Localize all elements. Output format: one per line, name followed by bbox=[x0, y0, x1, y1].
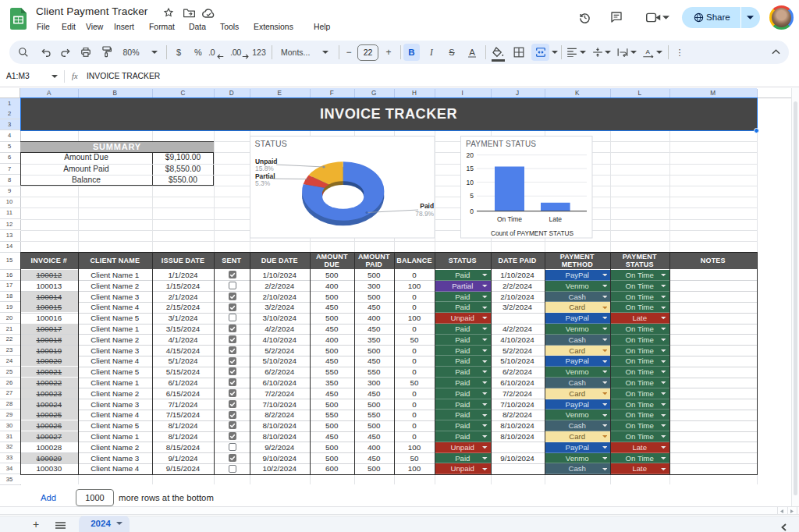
svg-text:10: 10 bbox=[467, 179, 474, 186]
svg-text:On Time: On Time bbox=[497, 215, 522, 223]
svg-text:0: 0 bbox=[470, 207, 474, 215]
svg-text:Late: Late bbox=[549, 215, 563, 223]
svg-text:15.8%: 15.8% bbox=[255, 165, 274, 172]
svg-text:Paid: Paid bbox=[420, 202, 434, 210]
svg-text:Count of PAYMENT STATUS: Count of PAYMENT STATUS bbox=[491, 229, 574, 237]
svg-text:PAYMENT STATUS: PAYMENT STATUS bbox=[466, 140, 536, 148]
svg-text:15: 15 bbox=[467, 165, 474, 172]
svg-text:5.3%: 5.3% bbox=[255, 179, 271, 187]
svg-text:STATUS: STATUS bbox=[254, 139, 287, 148]
svg-text:A: A bbox=[645, 48, 650, 55]
svg-text:78.9%: 78.9% bbox=[415, 210, 434, 218]
svg-text:20: 20 bbox=[467, 151, 474, 159]
svg-text:5: 5 bbox=[470, 192, 474, 200]
